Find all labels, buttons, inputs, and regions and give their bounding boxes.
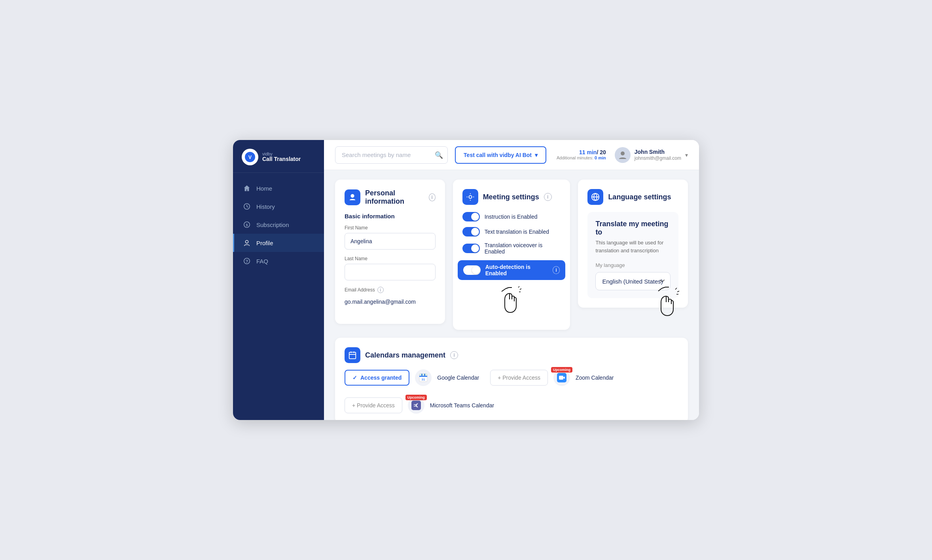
sidebar-label-history: History bbox=[256, 203, 275, 210]
toggle-text-translation-label: Text translation is Enabled bbox=[485, 229, 549, 235]
subscription-icon: $ bbox=[243, 221, 251, 229]
toggle-instruction-switch[interactable] bbox=[462, 212, 480, 221]
teams-calendar-logo: Upcoming bbox=[408, 397, 424, 414]
toggle-autodetect-label: Auto-detection is Enabled bbox=[485, 264, 548, 276]
translate-title: Translate my meeting to bbox=[595, 220, 671, 236]
toggle-autodetect-switch[interactable] bbox=[463, 265, 481, 275]
toggle-autodetect: Auto-detection is Enabled i bbox=[458, 260, 566, 280]
sidebar-item-subscription[interactable]: $ Subscription bbox=[233, 216, 324, 234]
user-email: johnsmith@gmail.com bbox=[635, 155, 681, 162]
meeting-settings-card: Meeting settings i Instruction is Enable… bbox=[453, 180, 570, 330]
toggle-text-translation: Text translation is Enabled bbox=[462, 227, 561, 236]
svg-line-17 bbox=[518, 286, 519, 288]
history-icon bbox=[243, 202, 251, 210]
svg-line-18 bbox=[520, 289, 521, 289]
calendars-info-btn[interactable]: i bbox=[450, 351, 458, 359]
personal-info-card: Personal information i Basic information… bbox=[335, 180, 445, 324]
faq-icon: ? bbox=[243, 257, 251, 265]
meeting-settings-info-btn[interactable]: i bbox=[544, 193, 552, 201]
email-group: Email Address i go.mail.angelina@gmail.c… bbox=[345, 287, 436, 308]
first-name-input[interactable] bbox=[345, 233, 436, 250]
zoom-calendar-name: Zoom Calendar bbox=[576, 375, 614, 381]
google-calendar-name: Google Calendar bbox=[437, 375, 479, 381]
user-chevron-icon: ▾ bbox=[685, 152, 688, 158]
cards-row-1: Personal information i Basic information… bbox=[335, 180, 688, 330]
sidebar-item-profile[interactable]: Profile bbox=[233, 234, 324, 252]
user-name: John Smith bbox=[635, 148, 681, 155]
personal-info-btn[interactable]: i bbox=[429, 193, 436, 201]
toggle-text-translation-switch[interactable] bbox=[462, 227, 480, 236]
svg-line-12 bbox=[506, 288, 509, 289]
calendar-items: ✓ Access granted 31 Google Calendar + Pr… bbox=[345, 369, 678, 414]
svg-point-9 bbox=[350, 194, 354, 198]
autodetect-info-btn[interactable]: i bbox=[553, 266, 560, 274]
toggle-voiceover-switch[interactable] bbox=[462, 244, 480, 253]
language-translate-card: Translate my meeting to This language wi… bbox=[587, 212, 678, 298]
checkmark-icon: ✓ bbox=[352, 375, 357, 381]
svg-point-8 bbox=[621, 151, 625, 155]
calendars-card: Calendars management i ✓ Access granted … bbox=[335, 338, 688, 420]
basic-info-label: Basic information bbox=[345, 213, 436, 219]
last-name-label: Last Name bbox=[345, 256, 436, 261]
logo-text: vidby Call Translator bbox=[262, 151, 301, 162]
sidebar-label-profile: Profile bbox=[256, 240, 273, 246]
toggle-voiceover-label: Translation voiceover is Enabled bbox=[485, 242, 561, 255]
sidebar-item-home[interactable]: Home bbox=[233, 179, 324, 197]
user-info: John Smith johnsmith@gmail.com bbox=[635, 148, 681, 162]
main-content: 🔍 Test call with vidby AI Bot ▾ 11 min/ … bbox=[324, 140, 699, 420]
toggle-voiceover: Translation voiceover is Enabled bbox=[462, 242, 561, 255]
sidebar-label-home: Home bbox=[256, 185, 272, 192]
home-icon bbox=[243, 184, 251, 192]
svg-text:V: V bbox=[248, 155, 252, 160]
search-input[interactable] bbox=[335, 146, 448, 164]
google-calendar-logo: 31 bbox=[415, 369, 432, 386]
zoom-upcoming-badge: Upcoming bbox=[551, 367, 572, 373]
topbar: 🔍 Test call with vidby AI Bot ▾ 11 min/ … bbox=[324, 140, 699, 170]
email-info-btn[interactable]: i bbox=[377, 287, 384, 293]
toggle-instruction-label: Instruction is Enabled bbox=[485, 214, 538, 220]
user-profile[interactable]: John Smith johnsmith@gmail.com ▾ bbox=[615, 147, 688, 163]
email-label: Email Address i bbox=[345, 287, 436, 293]
language-settings-icon bbox=[587, 189, 603, 205]
email-value: go.mail.angelina@gmail.com bbox=[345, 295, 436, 308]
content-area: Personal information i Basic information… bbox=[324, 170, 699, 420]
language-hand-icon bbox=[652, 286, 684, 324]
calendars-icon bbox=[345, 347, 360, 363]
meeting-settings-icon bbox=[462, 189, 478, 205]
meeting-hand-icon bbox=[462, 286, 561, 320]
sidebar-logo: V vidby Call Translator bbox=[233, 140, 324, 173]
app-container: V vidby Call Translator Home History bbox=[233, 140, 699, 420]
last-name-group: Last Name bbox=[345, 256, 436, 280]
svg-rect-37 bbox=[419, 374, 427, 376]
zoom-calendar-logo: Upcoming bbox=[553, 369, 570, 386]
svg-text:31: 31 bbox=[422, 378, 425, 381]
sidebar-item-history[interactable]: History bbox=[233, 197, 324, 216]
language-settings-title: Language settings bbox=[608, 193, 671, 201]
svg-line-21 bbox=[662, 287, 665, 288]
svg-line-26 bbox=[675, 288, 677, 289]
teams-upcoming-badge: Upcoming bbox=[405, 395, 427, 400]
calendars-header: Calendars management i bbox=[345, 347, 678, 363]
lang-label: My language bbox=[595, 262, 671, 268]
minutes-label: Additional minutes: bbox=[557, 155, 593, 160]
svg-rect-29 bbox=[349, 352, 356, 359]
access-granted-button[interactable]: ✓ Access granted bbox=[345, 370, 409, 386]
first-name-label: First Name bbox=[345, 225, 436, 231]
logo-icon: V bbox=[242, 149, 258, 165]
svg-text:?: ? bbox=[246, 259, 248, 264]
sidebar-item-faq[interactable]: ? FAQ bbox=[233, 252, 324, 270]
personal-info-icon bbox=[345, 189, 360, 205]
zoom-provide-access-button[interactable]: + Provide Access bbox=[490, 370, 548, 386]
svg-rect-34 bbox=[419, 376, 427, 377]
teams-provide-access-button[interactable]: + Provide Access bbox=[345, 397, 402, 413]
language-settings-card: Language settings Translate my meeting t… bbox=[578, 180, 688, 308]
personal-info-title: Personal information bbox=[365, 189, 424, 206]
search-bar-wrapper: 🔍 bbox=[335, 146, 448, 164]
minutes-display: 11 min/ 20 Additional minutes: 0 min bbox=[557, 149, 606, 161]
search-icon: 🔍 bbox=[435, 151, 443, 159]
svg-line-27 bbox=[677, 291, 679, 292]
google-calendar-row: ✓ Access granted 31 Google Calendar bbox=[345, 369, 479, 386]
last-name-input[interactable] bbox=[345, 264, 436, 280]
sidebar-label-faq: FAQ bbox=[256, 258, 268, 265]
test-call-button[interactable]: Test call with vidby AI Bot ▾ bbox=[455, 146, 546, 164]
